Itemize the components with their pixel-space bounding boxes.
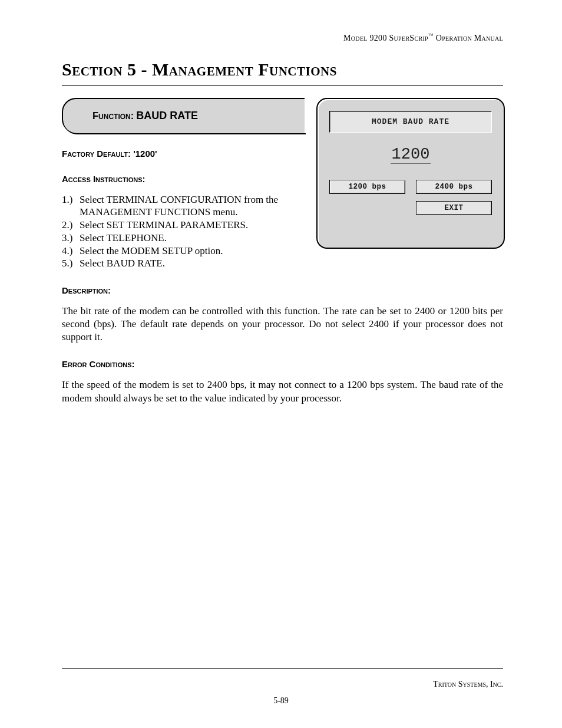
factory-default-label: Factory Default: <box>62 149 133 159</box>
screen-current-value: 1200 <box>329 146 492 163</box>
instruction-number: 5.) <box>62 257 80 270</box>
access-instructions-list: 1.) Select TERMINAL CONFIGURATION from t… <box>62 193 305 245</box>
instruction-number: 2.) <box>62 219 80 232</box>
section-title: Section 5 - Management Functions <box>62 60 503 80</box>
instruction-text: Select TERMINAL CONFIGURATION from the M… <box>80 193 305 219</box>
page-number: 5-89 <box>0 696 562 706</box>
instruction-item: 2.) Select SET TERMINAL PARAMETERS. <box>62 219 305 232</box>
instruction-text: Select TELEPHONE. <box>80 232 305 245</box>
screen-title-bar: MODEM BAUD RATE <box>329 111 492 133</box>
footer-rule <box>62 668 503 669</box>
exit-button[interactable]: EXIT <box>416 201 492 215</box>
description-text: The bit rate of the modem can be control… <box>62 305 503 344</box>
function-title-box: Function: BAUD RATE <box>62 98 305 133</box>
footer-company: Triton Systems, Inc. <box>433 680 503 689</box>
header-suffix: Operation Manual <box>434 34 503 42</box>
instruction-item: 3.) Select TELEPHONE. <box>62 232 305 245</box>
instruction-number: 4.) <box>62 245 80 258</box>
modem-baud-rate-screen: MODEM BAUD RATE 1200 1200 bps 2400 bps E… <box>316 98 505 249</box>
error-conditions-text: If the speed of the modem is set to 2400… <box>62 378 503 404</box>
function-name: BAUD RATE <box>136 110 198 122</box>
factory-default-value: '1200' <box>133 149 157 159</box>
instruction-item: 1.) Select TERMINAL CONFIGURATION from t… <box>62 193 305 219</box>
header-model: Model 9200 SuperScrip <box>343 34 428 42</box>
instruction-item: 5.) Select BAUD RATE. <box>62 257 503 270</box>
title-rule <box>62 85 503 86</box>
instruction-text: Select SET TERMINAL PARAMETERS. <box>80 219 305 232</box>
instruction-number: 3.) <box>62 232 80 245</box>
baud-1200-button[interactable]: 1200 bps <box>329 180 405 194</box>
description-heading: Description: <box>62 285 503 295</box>
trademark-symbol: ™ <box>428 32 434 38</box>
instruction-number: 1.) <box>62 193 80 219</box>
baud-2400-button[interactable]: 2400 bps <box>416 180 492 194</box>
screen-button-row-2: EXIT <box>329 201 492 215</box>
running-header: Model 9200 SuperScrip™ Operation Manual <box>62 32 503 43</box>
access-instructions-heading: Access Instructions: <box>62 174 305 184</box>
factory-default-line: Factory Default: '1200' <box>62 149 305 159</box>
screen-button-row-1: 1200 bps 2400 bps <box>329 180 492 194</box>
instruction-text: Select BAUD RATE. <box>80 257 503 270</box>
function-label: Function: <box>92 110 134 121</box>
error-conditions-heading: Error Conditions: <box>62 359 503 369</box>
